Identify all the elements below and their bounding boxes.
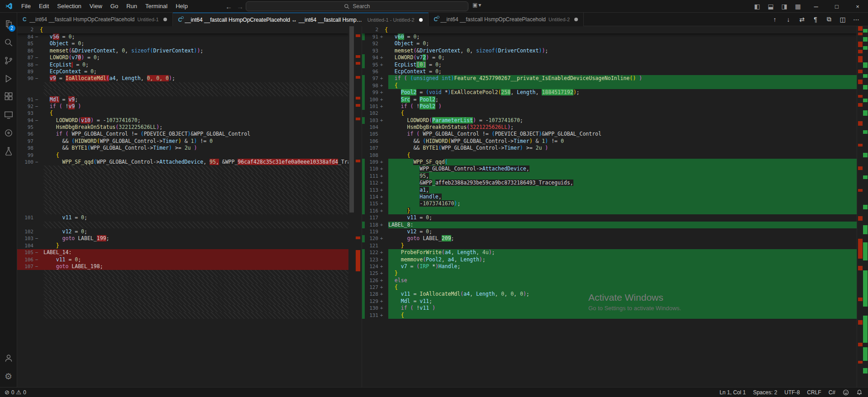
code-line[interactable]: 115+ -1073741670);: [362, 200, 857, 207]
feedback-smiley-icon[interactable]: [843, 389, 849, 396]
activitybar-run-debug-icon[interactable]: [0, 70, 17, 88]
line-number[interactable]: 100: [362, 96, 378, 103]
tab-1[interactable]: C__int64 __fastcall HsmpOpCreatePlacehol…: [17, 13, 173, 26]
line-number[interactable]: 110: [362, 165, 378, 172]
editor-dropdown-button[interactable]: ▣▾: [472, 2, 481, 8]
toggle-secondary-sidebar-icon[interactable]: ◨: [778, 1, 790, 11]
line-number[interactable]: 112: [362, 180, 378, 186]
code-line[interactable]: 108 {: [362, 152, 857, 159]
code-line[interactable]: 116+ }: [362, 208, 857, 214]
line-number[interactable]: 97: [362, 75, 378, 82]
code-line[interactable]: 120+ goto LABEL_209;: [362, 235, 857, 242]
code-line[interactable]: 104 }: [17, 242, 348, 249]
line-number[interactable]: 117: [362, 214, 378, 221]
code-line[interactable]: 102 v12 = 0;: [17, 228, 348, 235]
code-line[interactable]: 104 HsmDbgBreakOnStatus(3221225626LL);: [362, 124, 857, 131]
menu-item-edit[interactable]: Edit: [35, 1, 53, 11]
maximize-button[interactable]: □: [826, 0, 847, 13]
code-line[interactable]: 88− EcpList = 0;: [17, 61, 348, 68]
code-line[interactable]: 107 && BYTE1(WPP_GLOBAL_Control->Timer) …: [362, 145, 857, 151]
code-line[interactable]: 119 v12 = 0;: [362, 228, 857, 235]
code-line[interactable]: 91− Mdl = v9;: [17, 96, 348, 103]
activitybar-settings-icon[interactable]: ⚙: [0, 367, 17, 385]
command-center-search[interactable]: Search: [246, 1, 468, 11]
menu-item-file[interactable]: File: [17, 1, 35, 11]
diff-original-pane[interactable]: 2 { 84− v56 = 0;85 Object = 0;86 memset(…: [17, 26, 348, 387]
swap-sides-icon[interactable]: ⇄: [796, 14, 807, 25]
code-line[interactable]: 94+ LOWORD(v72) = 0;: [362, 54, 857, 61]
encoding-indicator[interactable]: UTF-8: [784, 389, 800, 396]
code-line[interactable]: 123+ memmove(Pool2, a4, Length);: [362, 256, 857, 263]
code-line[interactable]: 102 {: [362, 110, 857, 117]
sticky-scroll-line[interactable]: 2 {: [362, 26, 857, 33]
line-number[interactable]: 118: [362, 222, 378, 228]
code-line[interactable]: 92− if ( !v9 ): [17, 103, 348, 110]
open-file-icon[interactable]: ⧉: [824, 14, 835, 25]
toggle-sidebar-icon[interactable]: ◧: [751, 1, 763, 11]
line-number[interactable]: 98: [362, 82, 378, 89]
notifications-bell-icon[interactable]: [856, 389, 863, 396]
menu-item-view[interactable]: View: [86, 1, 106, 11]
line-number[interactable]: 101: [362, 103, 378, 110]
line-number[interactable]: 90: [17, 75, 33, 82]
line-number[interactable]: 130: [362, 305, 378, 312]
code-line[interactable]: 128+ v11 = IoAllocateMdl(a4, Length, 0, …: [362, 291, 857, 298]
code-line[interactable]: 93 {: [17, 110, 348, 117]
line-number[interactable]: 99: [17, 152, 33, 159]
code-line[interactable]: 109+ WPP_SF_qqd(: [362, 159, 857, 165]
code-line[interactable]: 94− LODWORD(v10) = -1073741670;: [17, 117, 348, 124]
code-line[interactable]: 110+ WPP_GLOBAL_Control->AttachedDevice,: [362, 165, 857, 172]
problems-indicator[interactable]: ⊘ 0 ⚠ 0: [5, 389, 26, 396]
code-line[interactable]: 93 memset(&DriverContext, 0, sizeof(Driv…: [362, 47, 857, 54]
code-line[interactable]: 96 if ( WPP_GLOBAL_Control != (PDEVICE_O…: [17, 131, 348, 137]
code-line[interactable]: 125+ }: [362, 270, 857, 277]
code-line[interactable]: 130+ if ( !v11 ): [362, 305, 857, 312]
line-number[interactable]: 96: [362, 68, 378, 75]
code-line[interactable]: 85 Object = 0;: [17, 40, 348, 47]
cursor-position[interactable]: Ln 1, Col 1: [720, 389, 746, 396]
line-number[interactable]: 104: [17, 242, 33, 249]
line-number[interactable]: 103: [17, 235, 33, 242]
menu-item-help[interactable]: Help: [172, 1, 192, 11]
code-line[interactable]: 89 EcpContext = 0;: [17, 68, 348, 75]
line-number[interactable]: 95: [362, 61, 378, 68]
previous-change-icon[interactable]: ↑: [769, 14, 780, 25]
code-line[interactable]: 99+ Pool2 = (void *)ExAllocatePool2(258,…: [362, 89, 857, 96]
code-line[interactable]: 105−LABEL_14:: [17, 249, 348, 256]
code-line[interactable]: 90− v9 = IoAllocateMdl(a4, Length, 0, 0,…: [17, 75, 348, 82]
line-number[interactable]: 106: [362, 138, 378, 145]
line-number[interactable]: 102: [17, 228, 33, 235]
line-number[interactable]: 84: [17, 33, 33, 40]
line-number[interactable]: 127: [362, 284, 378, 291]
line-number[interactable]: 102: [362, 110, 378, 117]
line-number[interactable]: 105: [17, 249, 33, 256]
line-number[interactable]: 96: [17, 131, 33, 137]
line-number[interactable]: 88: [17, 61, 33, 68]
language-indicator[interactable]: C#: [829, 389, 835, 396]
activitybar-live-share-icon[interactable]: [0, 124, 17, 142]
code-line[interactable]: 129+ Mdl = v11;: [362, 298, 857, 305]
line-number[interactable]: 115: [362, 200, 378, 207]
line-number[interactable]: 106: [17, 256, 33, 263]
indentation-indicator[interactable]: Spaces: 2: [753, 389, 777, 396]
code-line[interactable]: 99 {: [17, 152, 348, 159]
overview-ruler[interactable]: [857, 26, 868, 387]
line-number[interactable]: 114: [362, 194, 378, 200]
nav-back-icon[interactable]: ←: [225, 3, 232, 10]
activitybar-accounts-icon[interactable]: [0, 349, 17, 367]
code-line[interactable]: 92 Object = 0;: [362, 40, 857, 47]
line-number[interactable]: 92: [362, 40, 378, 47]
code-line[interactable]: 100+ Src = Pool2;: [362, 96, 857, 103]
split-editor-icon[interactable]: ◫: [837, 14, 848, 25]
code-line[interactable]: 95+ EcpList[0] = 0;: [362, 61, 857, 68]
line-number[interactable]: 126: [362, 277, 378, 284]
toggle-whitespace-icon[interactable]: ¶: [810, 14, 821, 25]
code-line[interactable]: 105 if ( WPP_GLOBAL_Control != (PDEVICE_…: [362, 131, 857, 137]
line-number[interactable]: 91: [362, 33, 378, 40]
line-number[interactable]: 93: [362, 47, 378, 54]
line-number[interactable]: 94: [362, 54, 378, 61]
line-number[interactable]: 105: [362, 131, 378, 137]
line-number[interactable]: 87: [17, 54, 33, 61]
code-line[interactable]: 97 && (HIDWORD(WPP_GLOBAL_Control->Timer…: [17, 138, 348, 145]
line-number[interactable]: 103: [362, 117, 378, 124]
